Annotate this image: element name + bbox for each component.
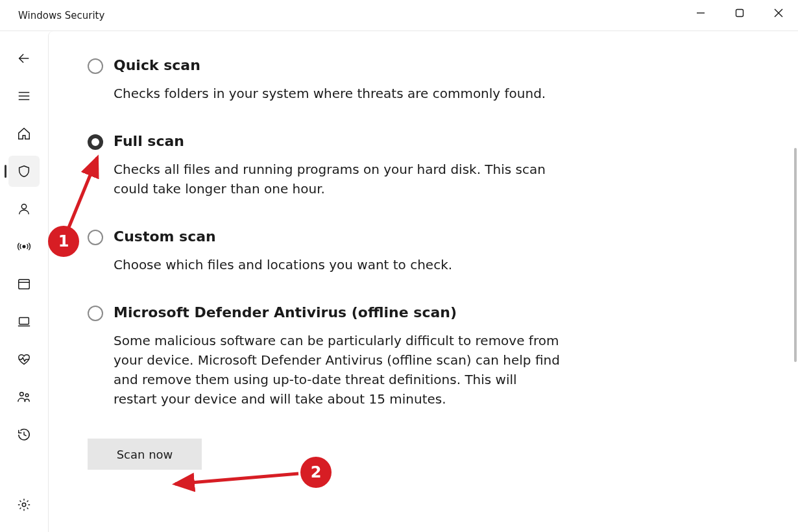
- svg-rect-1: [736, 10, 744, 17]
- person-icon: [17, 202, 31, 216]
- sidebar-item-family-options[interactable]: [8, 381, 40, 413]
- sidebar-item-account-protection[interactable]: [8, 193, 40, 224]
- sidebar-item-firewall-network-protection[interactable]: [8, 231, 40, 262]
- scrollbar[interactable]: [794, 148, 797, 362]
- menu-button[interactable]: [8, 80, 40, 112]
- scan-option-description: Some malicious software can be particula…: [114, 331, 561, 409]
- svg-point-15: [25, 394, 29, 397]
- sidebar-item-protection-history[interactable]: [8, 419, 40, 450]
- scan-option-title: Quick scan: [114, 57, 561, 73]
- settings-button[interactable]: [8, 489, 40, 520]
- window-icon: [17, 277, 31, 291]
- svg-point-16: [22, 503, 26, 507]
- maximize-button[interactable]: [720, 0, 759, 26]
- laptop-icon: [17, 315, 31, 329]
- svg-rect-12: [19, 318, 29, 324]
- home-icon: [17, 127, 31, 141]
- scan-option-title: Full scan: [114, 133, 561, 149]
- title-bar: Windows Security: [0, 0, 798, 31]
- scan-option-description: Choose which files and locations you wan…: [114, 255, 561, 274]
- history-icon: [17, 428, 31, 442]
- svg-rect-10: [19, 280, 30, 289]
- window-controls: [681, 0, 798, 30]
- radio-offline-scan[interactable]: [88, 306, 103, 321]
- scan-option-offline[interactable]: Microsoft Defender Antivirus (offline sc…: [88, 304, 561, 409]
- app-body: Quick scan Checks folders in your system…: [0, 31, 798, 532]
- svg-point-9: [23, 245, 25, 248]
- sidebar-item-device-performance-health[interactable]: [8, 344, 40, 375]
- hamburger-icon: [17, 89, 31, 103]
- antenna-icon: [17, 239, 31, 254]
- shield-icon: [17, 164, 31, 178]
- scan-option-title: Custom scan: [114, 228, 561, 245]
- content-panel: Quick scan Checks folders in your system…: [48, 31, 798, 532]
- svg-point-14: [20, 393, 23, 396]
- annotation-arrow-1: [62, 145, 114, 236]
- sidebar: [0, 31, 48, 532]
- gear-icon: [17, 498, 31, 512]
- minimize-button[interactable]: [681, 0, 720, 26]
- scan-options: Quick scan Checks folders in your system…: [49, 31, 561, 470]
- svg-point-8: [21, 204, 26, 209]
- scan-now-button[interactable]: Scan now: [88, 439, 202, 470]
- svg-line-17: [68, 158, 97, 229]
- sidebar-item-device-security[interactable]: [8, 306, 40, 337]
- sidebar-item-app-browser-control[interactable]: [8, 269, 40, 300]
- scan-option-description: Checks folders in your system where thre…: [114, 84, 561, 103]
- close-button[interactable]: [759, 0, 798, 26]
- scan-option-custom[interactable]: Custom scan Choose which files and locat…: [88, 228, 561, 274]
- scan-option-description: Checks all files and running programs on…: [114, 160, 561, 199]
- back-button[interactable]: [8, 43, 40, 74]
- heart-icon: [17, 352, 31, 367]
- annotation-badge-1: 1: [48, 226, 79, 257]
- sidebar-item-home[interactable]: [8, 118, 40, 149]
- svg-line-18: [175, 474, 298, 484]
- annotation-arrow-2: [165, 466, 308, 492]
- window-title: Windows Security: [18, 10, 104, 21]
- scan-option-quick[interactable]: Quick scan Checks folders in your system…: [88, 57, 561, 103]
- radio-quick-scan[interactable]: [88, 58, 103, 74]
- arrow-left-icon: [17, 51, 31, 66]
- annotation-badge-2: 2: [300, 457, 332, 488]
- scan-option-title: Microsoft Defender Antivirus (offline sc…: [114, 304, 561, 320]
- sidebar-item-virus-threat-protection[interactable]: [8, 156, 40, 187]
- family-icon: [17, 390, 31, 404]
- scan-option-full[interactable]: Full scan Checks all files and running p…: [88, 133, 561, 199]
